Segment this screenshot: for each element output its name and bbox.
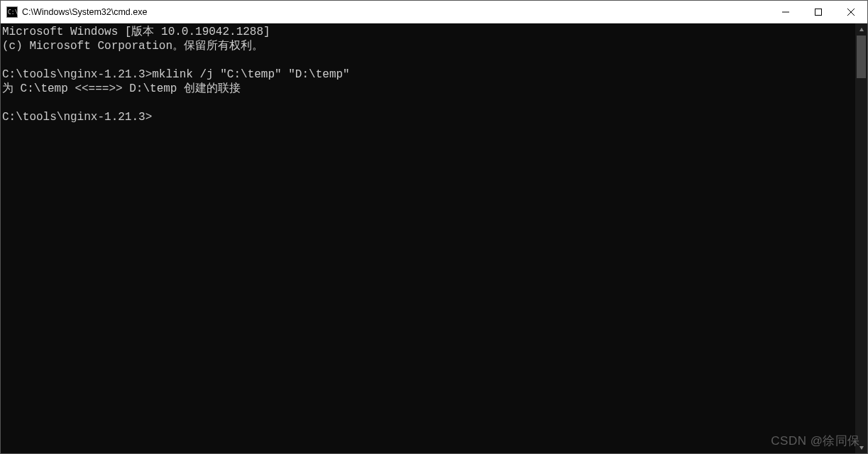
scroll-down-arrow[interactable] — [855, 441, 867, 453]
console-line: C:\tools\nginx-1.21.3>mklink /j "C:\temp… — [2, 67, 855, 82]
titlebar[interactable]: C:\ C:\Windows\System32\cmd.exe — [1, 1, 867, 23]
window-title: C:\Windows\System32\cmd.exe — [22, 7, 769, 17]
scroll-track[interactable] — [855, 36, 867, 441]
console-line: Microsoft Windows [版本 10.0.19042.1288] — [2, 25, 855, 39]
svg-rect-3 — [815, 9, 822, 15]
console-line: C:\tools\nginx-1.21.3> — [2, 110, 855, 124]
client-area: Microsoft Windows [版本 10.0.19042.1288](c… — [1, 23, 867, 453]
scroll-up-arrow[interactable] — [855, 23, 867, 36]
svg-marker-6 — [859, 28, 864, 31]
window-controls — [769, 1, 867, 23]
console-line: 为 C:\temp <<===>> D:\temp 创建的联接 — [2, 82, 855, 96]
minimize-button[interactable] — [769, 1, 802, 23]
cmd-icon: C:\ — [6, 6, 18, 18]
console-line: (c) Microsoft Corporation。保留所有权利。 — [2, 39, 855, 53]
console-output[interactable]: Microsoft Windows [版本 10.0.19042.1288](c… — [1, 23, 855, 453]
svg-marker-7 — [859, 446, 864, 450]
svg-text:C:\: C:\ — [8, 9, 18, 16]
cmd-window: C:\ C:\Windows\System32\cmd.exe Microsof… — [0, 0, 868, 454]
console-line — [2, 53, 855, 67]
vertical-scrollbar[interactable] — [855, 23, 867, 453]
maximize-button[interactable] — [802, 1, 835, 23]
close-button[interactable] — [835, 1, 867, 23]
console-line — [2, 96, 855, 110]
scroll-thumb[interactable] — [857, 36, 866, 78]
